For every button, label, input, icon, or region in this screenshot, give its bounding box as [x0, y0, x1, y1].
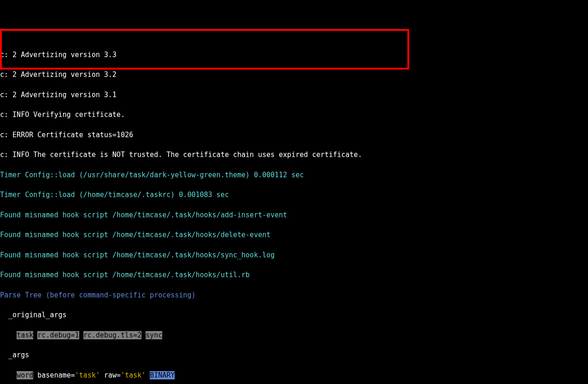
label-text: _args — [8, 351, 29, 359]
word-tag: word — [17, 371, 33, 379]
log-line: Found misnamed hook script /home/timcase… — [0, 210, 588, 221]
log-line-highlighted: c: INFO The certificate is NOT trusted. … — [0, 150, 588, 160]
parse-tree-header: Parse Tree (before command-specific proc… — [0, 291, 588, 301]
log-line: c: 2 Advertizing version 3.2 — [0, 70, 588, 80]
args-label: _args — [0, 350, 588, 361]
val: 'task' — [121, 371, 146, 379]
log-line-highlighted: c: INFO Verifying certificate. — [0, 110, 588, 120]
binary-tag: BINARY — [150, 371, 175, 379]
token: task — [17, 331, 33, 339]
original-args-tokens: task rc.debug=1 rc.debug.tls=2 sync — [0, 331, 588, 341]
log-line: c: 2 Advertizing version 3.1 — [0, 90, 588, 100]
args-word: word basename='task' raw='task' BINARY — [0, 371, 588, 381]
log-line: Found misnamed hook script /home/timcase… — [0, 270, 588, 280]
token: sync — [146, 331, 162, 339]
terminal-screen[interactable]: c: 2 Advertizing version 3.3 c: 2 Advert… — [0, 40, 588, 384]
key: basename= — [37, 371, 75, 379]
log-line-highlighted: c: ERROR Certificate status=1026 — [0, 130, 588, 140]
key: raw= — [104, 371, 121, 379]
log-line: Timer Config::load (/usr/share/task/dark… — [0, 170, 588, 180]
token: rc.debug=1 — [37, 331, 79, 339]
log-line: Found misnamed hook script /home/timcase… — [0, 230, 588, 240]
label-text: _original_args — [8, 311, 66, 319]
token: rc.debug.tls=2 — [83, 331, 141, 339]
log-line: c: 2 Advertizing version 3.3 — [0, 50, 588, 60]
log-line: Found misnamed hook script /home/timcase… — [0, 250, 588, 261]
val: 'task' — [75, 371, 100, 379]
original-args-label: _original_args — [0, 310, 588, 320]
log-line: Timer Config::load (/home/timcase/.taskr… — [0, 190, 588, 200]
